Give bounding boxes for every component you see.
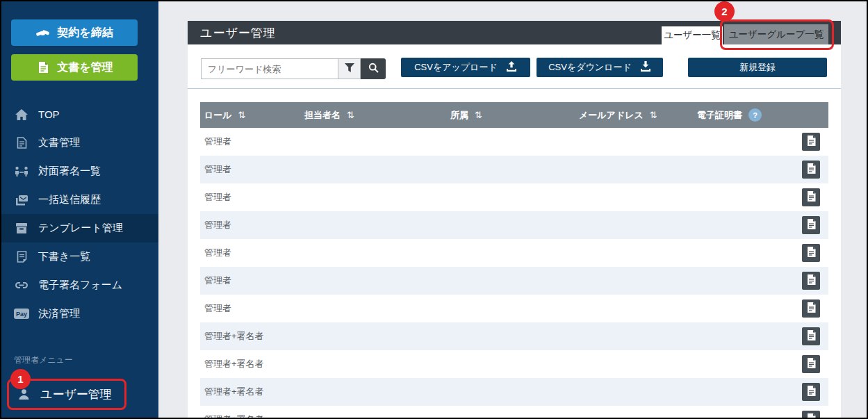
table-row: 管理者 (200, 183, 828, 211)
role-cell: 管理者 (204, 302, 231, 315)
annotation-step-1-badge: 1 (10, 369, 31, 389)
magnifier-icon (368, 63, 379, 76)
document-icon (806, 329, 817, 343)
role-cell: 管理者+署名者 (204, 358, 264, 370)
table-header-row: ロール ⇅ 担当者名 ⇅ 所属 ⇅ メールアドレス ⇅ 電子証明書 ? (200, 102, 828, 128)
sidebar-item-documents[interactable]: 文書管理 (1, 129, 158, 157)
funnel-icon (345, 63, 354, 75)
document-icon (35, 60, 51, 75)
sort-icon[interactable]: ⇅ (650, 110, 657, 120)
table-row: 管理者 (200, 128, 828, 156)
csv-upload-button[interactable]: CSVをアップロード (401, 58, 530, 77)
table-body: 管理者 管理者 管理者 管理者 (200, 128, 828, 419)
table-row: 管理者 (200, 267, 828, 295)
role-cell: 管理者 (204, 247, 231, 259)
sidebar: 契約を締結 文書を管理 TOP 文書管理 (1, 1, 158, 418)
role-cell: 管理者 (204, 191, 231, 204)
download-icon (640, 61, 651, 74)
document-icon (806, 274, 817, 288)
role-cell: 管理者+署名者 (204, 413, 264, 419)
user-detail-button[interactable] (802, 244, 820, 262)
sidebar-item-esignature-form[interactable]: 電子署名フォーム (1, 271, 158, 299)
table-row: 管理者+署名者 (200, 378, 828, 406)
bulk-send-icon (14, 192, 29, 208)
user-detail-button[interactable] (802, 383, 820, 401)
sidebar-item-payment-management[interactable]: Pay 決済管理 (1, 299, 158, 328)
sort-icon[interactable]: ⇅ (347, 110, 354, 120)
column-header-email: メールアドレス ⇅ (575, 109, 693, 122)
role-cell: 管理者 (204, 274, 231, 287)
pay-icon: Pay (14, 306, 29, 322)
sidebar-item-label: 文書管理 (38, 136, 80, 149)
new-registration-button[interactable]: 新規登録 (688, 58, 827, 77)
user-detail-button[interactable] (802, 216, 820, 234)
table-row: 管理者+署名者 (200, 350, 828, 378)
tab-user-list[interactable]: ユーザー一覧 (662, 26, 723, 44)
button-label: CSVをアップロード (414, 61, 498, 74)
sidebar-item-bulk-send-history[interactable]: 一括送信履歴 (1, 186, 158, 214)
user-detail-button[interactable] (802, 355, 820, 373)
sidebar-item-template-management[interactable]: テンプレート管理 (1, 214, 158, 243)
sidebar-item-label: 電子署名フォーム (38, 279, 122, 292)
csv-download-button[interactable]: CSVをダウンロード (537, 58, 663, 77)
role-cell: 管理者 (204, 163, 231, 176)
sort-icon[interactable]: ⇅ (475, 110, 482, 120)
role-cell: 管理者+署名者 (204, 330, 264, 343)
sidebar-item-label: 決済管理 (38, 307, 80, 320)
sidebar-item-top[interactable]: TOP (1, 100, 158, 129)
help-icon[interactable]: ? (748, 108, 762, 122)
tab-label: ユーザー一覧 (664, 29, 721, 42)
user-detail-button[interactable] (802, 272, 820, 290)
conclude-contract-button[interactable]: 契約を締結 (11, 19, 138, 46)
user-detail-button[interactable] (802, 411, 820, 419)
role-cell: 管理者+署名者 (204, 386, 264, 398)
document-icon (806, 302, 817, 315)
sidebar-item-label: テンプレート管理 (38, 222, 123, 235)
draft-icon (14, 249, 29, 265)
search-input[interactable] (201, 58, 338, 79)
user-detail-button[interactable] (802, 327, 820, 345)
meeting-sign-icon (14, 164, 29, 179)
role-cell: 管理者 (204, 135, 231, 148)
page-title: ユーザー管理 (200, 25, 276, 41)
search-button[interactable] (361, 58, 386, 79)
filter-button[interactable] (338, 58, 361, 79)
manage-documents-button[interactable]: 文書を管理 (11, 54, 138, 81)
app-window: 契約を締結 文書を管理 TOP 文書管理 (0, 0, 868, 419)
sort-icon[interactable]: ⇅ (238, 110, 246, 120)
table-row: 管理者 (200, 211, 828, 239)
document-icon (806, 413, 817, 419)
document-icon (806, 163, 817, 176)
upload-icon (506, 61, 517, 74)
role-cell: 管理者 (204, 219, 231, 231)
sidebar-item-label: TOP (38, 108, 60, 120)
column-header-name: 担当者名 ⇅ (300, 109, 446, 122)
table-row: 管理者+署名者 (200, 406, 828, 419)
table-row: 管理者+署名者 (200, 322, 828, 350)
cta-label: 文書を管理 (57, 60, 113, 75)
sidebar-item-drafts[interactable]: 下書き一覧 (1, 243, 158, 271)
user-detail-button[interactable] (802, 133, 820, 151)
admin-menu-section-label: 管理者メニュー (14, 354, 73, 366)
document-icon (806, 218, 817, 232)
document-icon (806, 357, 817, 371)
tab-user-group-list[interactable]: ユーザーグループ一覧 (724, 24, 828, 44)
sidebar-item-label: 対面署名一覧 (38, 165, 101, 178)
search-group (201, 58, 386, 79)
button-label: CSVをダウンロード (548, 61, 632, 74)
handshake-icon (35, 25, 51, 40)
home-icon (14, 107, 29, 122)
cta-label: 契約を締結 (57, 26, 113, 40)
toolbar-divider (188, 88, 841, 89)
sidebar-item-in-person-signatures[interactable]: 対面署名一覧 (1, 157, 158, 186)
user-detail-button[interactable] (802, 299, 820, 318)
button-label: 新規登録 (739, 61, 776, 74)
user-detail-button[interactable] (802, 188, 820, 206)
table-row: 管理者 (200, 239, 828, 267)
sidebar-nav: TOP 文書管理 対面署名一覧 一括送信履歴 (1, 100, 158, 328)
table-row: 管理者 (200, 295, 828, 322)
annotation-step-2-badge: 2 (714, 1, 735, 22)
link-icon (14, 278, 29, 293)
column-header-department: 所属 ⇅ (446, 109, 575, 122)
user-detail-button[interactable] (802, 161, 820, 179)
